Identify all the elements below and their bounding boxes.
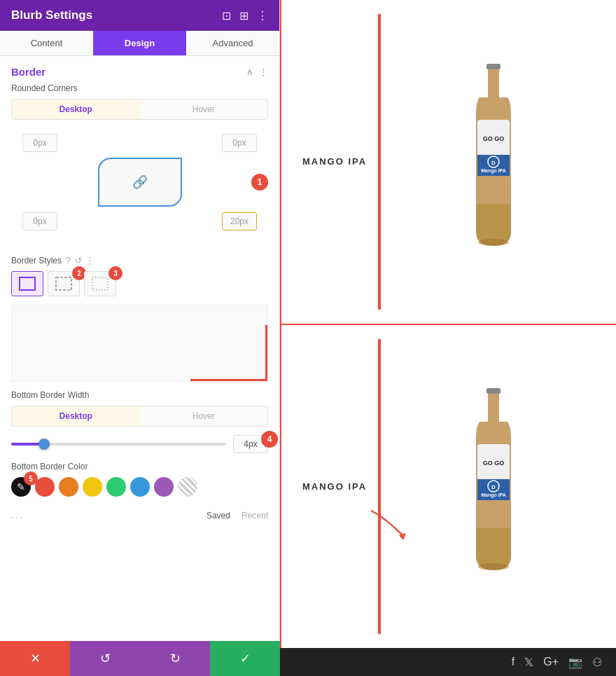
bottle-svg-2: GO GO D Mango IPA xyxy=(458,388,528,584)
preview-inner: MANGO IPA GO GO xyxy=(280,0,616,648)
bottom-border-width-label: Bottom Border Width xyxy=(11,390,268,400)
svg-rect-3 xyxy=(486,64,500,69)
help-icon[interactable]: ? xyxy=(66,256,71,265)
panel-body: Border ∧ ⋮ Rounded Corners Desktop Hover xyxy=(0,56,279,676)
width-desktop-tab[interactable]: Desktop xyxy=(12,406,140,426)
badge-5: 5 xyxy=(24,471,38,485)
panel-tabs: Content Design Advanced xyxy=(0,31,279,56)
border-preview-shape xyxy=(190,325,267,381)
panel-header: Blurb Settings ⊡ ⊞ ⋮ xyxy=(0,0,279,31)
bottom-left-input[interactable] xyxy=(22,212,57,230)
eyedropper-wrapper: ✎ 5 xyxy=(11,477,31,497)
cancel-button[interactable]: ✕ xyxy=(0,641,70,676)
svg-rect-4 xyxy=(488,69,499,97)
svg-marker-12 xyxy=(399,533,406,540)
top-right-input[interactable] xyxy=(222,134,257,152)
more-icon[interactable]: ⋮ xyxy=(257,9,268,22)
svg-text:GO GO: GO GO xyxy=(483,135,505,142)
border-width-slider[interactable] xyxy=(11,443,226,446)
badge-4: 4 xyxy=(261,431,278,448)
bottom-border-color-label: Bottom Border Color xyxy=(11,462,268,471)
bottom-border-color-section: Bottom Border Color ✎ 5 xyxy=(0,462,279,505)
panel-footer: ✕ ↺ ↻ ✓ xyxy=(0,641,280,676)
border-styles-header: Border Styles ? ↺ ⋮ xyxy=(0,247,279,271)
color-blue[interactable] xyxy=(130,477,150,497)
tab-advanced[interactable]: Advanced xyxy=(186,31,279,55)
border-width-tabs: Desktop Hover xyxy=(11,406,268,427)
border-title: Border xyxy=(11,66,46,78)
border-section-header: Border ∧ ⋮ xyxy=(0,56,279,83)
svg-rect-13 xyxy=(486,388,500,394)
arrow-indicator xyxy=(364,504,413,542)
facebook-icon[interactable]: f xyxy=(512,656,514,668)
color-red[interactable] xyxy=(35,477,55,497)
link-icon: 🔗 xyxy=(132,174,148,190)
slider-row: 4px xyxy=(11,435,268,453)
card2-separator xyxy=(378,339,381,635)
tab-design[interactable]: Design xyxy=(93,31,186,55)
collapse-icon[interactable]: ∧ xyxy=(246,67,253,77)
header-icons: ⊡ ⊞ ⋮ xyxy=(222,9,268,22)
more-options-icon[interactable]: ⋮ xyxy=(86,256,94,265)
more-dots[interactable]: ... xyxy=(11,511,24,520)
svg-text:D: D xyxy=(491,160,496,166)
border-style-buttons: 2 3 xyxy=(0,271,279,305)
rounded-corners-tabs: Desktop Hover xyxy=(11,99,268,120)
svg-point-21 xyxy=(478,563,509,570)
bottom-bar: f 𝕏 G+ 📷 ⚇ xyxy=(280,648,616,676)
redo-button[interactable]: ↻ xyxy=(140,641,210,676)
dotted-border-btn[interactable]: 3 xyxy=(84,271,116,296)
svg-rect-1 xyxy=(56,277,71,290)
top-left-input[interactable] xyxy=(22,134,57,152)
bottom-actions: ... Saved Recent xyxy=(0,505,279,526)
svg-text:D: D xyxy=(491,484,496,490)
svg-point-11 xyxy=(478,239,509,246)
svg-rect-14 xyxy=(488,394,499,422)
color-none[interactable] xyxy=(178,477,197,497)
svg-rect-2 xyxy=(92,277,108,290)
section-header-icons: ∧ ⋮ xyxy=(246,67,268,77)
saved-label[interactable]: Saved xyxy=(206,511,230,520)
window-icon[interactable]: ⊡ xyxy=(222,9,231,22)
card2-label: MANGO IPA xyxy=(302,481,367,492)
border-styles-label: Border Styles xyxy=(11,256,62,265)
dashed-border-btn[interactable]: 2 xyxy=(48,271,80,296)
solid-border-btn[interactable] xyxy=(11,271,43,296)
recent-label[interactable]: Recent xyxy=(241,511,268,520)
bottom-border-width-section: Bottom Border Width Desktop Hover 4px 4 xyxy=(0,390,279,462)
beer-bottle-1: GO GO D Mango IPA xyxy=(392,64,595,260)
rounded-corners-label: Rounded Corners xyxy=(11,83,268,93)
slider-container: 4px 4 xyxy=(11,435,268,453)
svg-text:GO GO: GO GO xyxy=(483,460,505,467)
color-green[interactable] xyxy=(106,477,126,497)
preview-card-1: MANGO IPA GO GO xyxy=(281,0,616,325)
svg-rect-0 xyxy=(20,277,35,290)
gplus-icon[interactable]: G+ xyxy=(543,656,559,668)
preview-panel: MANGO IPA GO GO xyxy=(280,0,616,676)
bottom-right-input[interactable] xyxy=(222,212,257,230)
rss-icon[interactable]: ⚇ xyxy=(592,656,602,669)
split-icon[interactable]: ⊞ xyxy=(239,9,248,22)
card1-separator xyxy=(378,14,381,310)
saved-recent: Saved Recent xyxy=(206,511,268,520)
border-styles-section: Border Styles ? ↺ ⋮ 2 3 xyxy=(0,247,279,382)
svg-text:Mango IPA: Mango IPA xyxy=(481,168,506,174)
color-yellow[interactable] xyxy=(83,477,102,497)
rounded-desktop-tab[interactable]: Desktop xyxy=(12,99,140,119)
color-swatches: ✎ 5 xyxy=(11,477,268,497)
beer-bottle-2: GO GO D Mango IPA xyxy=(392,388,595,584)
save-button[interactable]: ✓ xyxy=(210,641,280,676)
rounded-hover-tab[interactable]: Hover xyxy=(140,99,268,119)
undo-button[interactable]: ↺ xyxy=(70,641,140,676)
twitter-icon[interactable]: 𝕏 xyxy=(524,656,533,669)
section-more-icon[interactable]: ⋮ xyxy=(259,67,268,77)
instagram-icon[interactable]: 📷 xyxy=(568,656,582,669)
width-hover-tab[interactable]: Hover xyxy=(140,406,268,426)
bottle-svg-1: GO GO D Mango IPA xyxy=(458,64,528,260)
svg-text:Mango IPA: Mango IPA xyxy=(481,492,506,498)
color-purple[interactable] xyxy=(154,477,174,497)
reset-icon[interactable]: ↺ xyxy=(75,256,82,265)
card1-label: MANGO IPA xyxy=(302,156,367,167)
color-orange[interactable] xyxy=(59,477,78,497)
tab-content[interactable]: Content xyxy=(0,31,93,55)
